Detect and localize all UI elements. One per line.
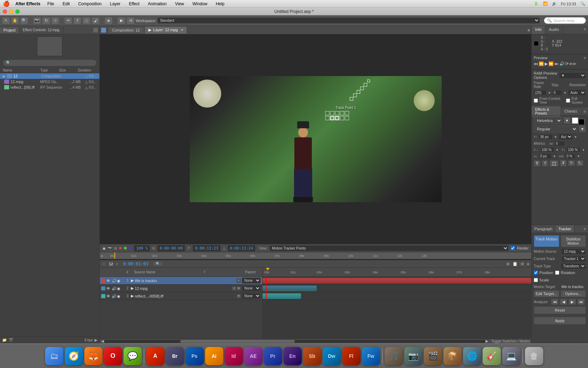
dock-flash[interactable]: Fl bbox=[342, 347, 360, 365]
font-size-stepper[interactable]: ▼ bbox=[554, 135, 557, 139]
toggle-mask[interactable]: ⊙ bbox=[114, 246, 117, 250]
new-comp-icon[interactable]: 🎬 bbox=[8, 338, 13, 342]
layer-solo-1[interactable]: ◉ bbox=[117, 279, 121, 283]
spotlight-icon[interactable]: 🔍 bbox=[580, 1, 585, 6]
layer-audio-3[interactable]: 🔊 bbox=[112, 294, 116, 298]
strikethrough-btn[interactable]: T̶ bbox=[560, 160, 567, 166]
layer-audio-2[interactable]: 🔊 bbox=[112, 286, 116, 291]
tl-new-comp[interactable]: ⊕ bbox=[506, 261, 510, 266]
layer-row-1[interactable]: 👁 🔊 ◉ 1 ▶ We is trackin. f None bbox=[100, 277, 262, 285]
apply-button[interactable]: Apply bbox=[534, 317, 586, 325]
view-mode-select[interactable]: Motion Tracker Points bbox=[270, 245, 509, 251]
menu-edit[interactable]: Edit bbox=[61, 1, 71, 7]
pan-tool[interactable]: ⊹ bbox=[51, 17, 59, 24]
fill-color-swatch[interactable] bbox=[572, 117, 578, 124]
expand-3[interactable]: ▶ bbox=[131, 294, 134, 298]
zoom-tool[interactable]: 🔍 bbox=[20, 17, 28, 24]
tab-paragraph[interactable]: Paragraph bbox=[532, 225, 555, 232]
rotate-tool[interactable]: ↻ bbox=[42, 17, 50, 24]
layer-sw-pencil-3[interactable]: ✏ bbox=[237, 294, 241, 298]
tab-effect-controls[interactable]: Effect Controls: 12.mpg bbox=[19, 27, 63, 33]
ram-from-current[interactable] bbox=[534, 98, 538, 103]
menu-help[interactable]: Help bbox=[214, 1, 226, 7]
project-item-mpeg[interactable]: 12.mpg MPEG Op... ...2 MB △ 0:0... bbox=[0, 79, 99, 84]
step-fwd-btn[interactable]: ⏩ bbox=[548, 61, 554, 66]
layer-parent-3[interactable]: None bbox=[242, 293, 261, 299]
motion-source-select[interactable]: 12.mpg bbox=[561, 248, 586, 254]
expand-1[interactable]: ▶ bbox=[131, 278, 134, 283]
dock-premiere[interactable]: Pr bbox=[264, 347, 282, 365]
ram-select-btn[interactable]: ▼ bbox=[559, 73, 586, 79]
layer-vis-2[interactable]: 👁 bbox=[106, 286, 111, 291]
track-motion-button[interactable]: Track Motion bbox=[534, 235, 559, 247]
dock-indesign[interactable]: Id bbox=[225, 347, 243, 365]
ram-skip-dropdown-icon[interactable]: ▼ bbox=[564, 91, 567, 95]
layer-audio-1[interactable]: 🔊 bbox=[112, 279, 116, 283]
subscript-btn[interactable]: Tₛ bbox=[576, 160, 583, 166]
ep-panel-menu[interactable]: ≡ bbox=[582, 108, 588, 115]
dock-photoshop[interactable]: Ps bbox=[186, 347, 204, 365]
project-item-seq[interactable]: reflect...[58].iff IFF Sequence ...4 MB … bbox=[0, 84, 99, 90]
font-style-select[interactable]: Regular bbox=[534, 125, 578, 132]
layer-sw-fx-2[interactable]: f bbox=[232, 286, 236, 291]
dock-misc6[interactable]: 🎸 bbox=[483, 347, 501, 365]
tab-audio[interactable]: Audio bbox=[545, 26, 562, 34]
dock-illustrator[interactable]: Ai bbox=[205, 347, 223, 365]
panel-menu-icon[interactable] bbox=[93, 28, 98, 33]
timeline-scroll-bar[interactable]: ◀ ▶ Toggle Switches / Modes bbox=[100, 339, 531, 343]
tab-layer[interactable]: ▶ Layer: 12.mpg × bbox=[145, 26, 187, 34]
forward-icon[interactable]: ▶ bbox=[94, 338, 97, 342]
comp-button[interactable]: ◉ bbox=[103, 246, 106, 250]
pen-tool[interactable]: ✏ bbox=[64, 17, 72, 24]
track-bar-1[interactable] bbox=[262, 278, 531, 284]
dock-bridge[interactable]: Br bbox=[166, 347, 184, 365]
ram-fr-dropdown-icon[interactable]: ▼ bbox=[548, 91, 551, 95]
layer-parent-1[interactable]: None bbox=[242, 278, 261, 284]
track-bar-2[interactable] bbox=[262, 286, 317, 291]
expand-2[interactable]: ▶ bbox=[131, 286, 134, 291]
baseline-input[interactable]: 0 px bbox=[539, 154, 552, 159]
project-item-comp[interactable]: ▶ 12 Composition △ 0:0... bbox=[0, 73, 99, 79]
analyze-rewind-btn[interactable]: ⏮ bbox=[551, 299, 559, 305]
dock-finder[interactable]: 🗂 bbox=[45, 347, 63, 365]
puppet-tool[interactable]: ◈ bbox=[105, 17, 112, 24]
dock-opera[interactable]: O bbox=[104, 347, 122, 365]
tracking-input-1[interactable]: 100 % bbox=[540, 147, 554, 152]
layer-row-2[interactable]: 👁 🔊 ◉ 2 ▶ 12.mpg f ✏ None bbox=[100, 285, 262, 292]
dock-trash[interactable]: 🗑 bbox=[525, 347, 543, 365]
layer-row-3[interactable]: 👁 🔊 ◉ 3 ▶ reflect...-0058].iff ✏ None bbox=[100, 292, 262, 300]
options-button[interactable]: Options... bbox=[561, 290, 586, 297]
tl-search-icon[interactable]: 🔍 bbox=[153, 261, 163, 266]
reset-button[interactable]: Reset bbox=[534, 306, 586, 314]
render-checkbox[interactable] bbox=[511, 246, 515, 250]
layer-vis-3[interactable]: 👁 bbox=[106, 294, 111, 298]
scroll-left-btn[interactable]: ◀ bbox=[101, 339, 104, 343]
font-style-dropdown[interactable]: ▼ bbox=[579, 125, 586, 132]
tab-character[interactable]: Charact. bbox=[561, 108, 582, 115]
tab-info[interactable]: Info bbox=[532, 26, 545, 34]
menu-effect[interactable]: Effect bbox=[127, 1, 141, 7]
stroke-color-swatch[interactable] bbox=[578, 119, 584, 125]
rotation-checkbox[interactable] bbox=[555, 271, 559, 275]
track-bar-3[interactable] bbox=[262, 293, 301, 299]
ram-preview-btn[interactable]: ⊳⊳ bbox=[569, 61, 576, 66]
workspace-select[interactable]: Standard bbox=[158, 18, 540, 23]
track-type-select[interactable]: Transform bbox=[561, 263, 586, 269]
menu-animation[interactable]: Animation bbox=[147, 1, 168, 7]
baseline-stepper[interactable]: ▼ bbox=[553, 155, 556, 158]
close-button[interactable] bbox=[3, 9, 7, 14]
bold-btn[interactable]: T bbox=[534, 160, 540, 166]
dock-misc1[interactable]: 🎵 bbox=[385, 347, 403, 365]
dock-fireworks[interactable]: Fw bbox=[362, 347, 380, 365]
current-track-select[interactable]: Tracker 1 bbox=[561, 256, 586, 262]
minimize-button[interactable] bbox=[9, 9, 13, 14]
timecode-display[interactable]: 0:00:00:00 bbox=[157, 245, 185, 252]
baseline-pct-input[interactable]: 0 % bbox=[565, 154, 575, 159]
text-tool[interactable]: T bbox=[74, 17, 81, 24]
dock-ichat[interactable]: 💬 bbox=[124, 347, 142, 365]
tab-project[interactable]: Project bbox=[0, 27, 19, 33]
menu-layer[interactable]: Layer bbox=[108, 1, 122, 7]
project-search-input[interactable] bbox=[12, 61, 93, 65]
dock-dreamweaver[interactable]: Dw bbox=[323, 347, 341, 365]
font-name-dropdown[interactable]: ▼ bbox=[564, 117, 570, 124]
